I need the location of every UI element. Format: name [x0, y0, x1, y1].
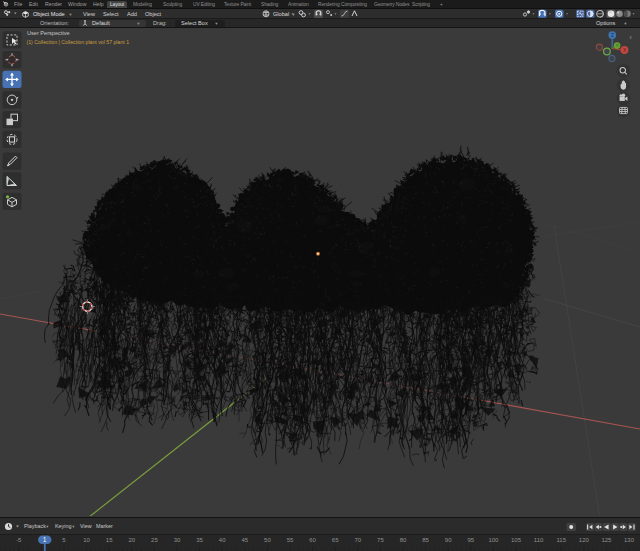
svg-text:X: X [623, 48, 626, 53]
svg-text:‹: ‹ [630, 34, 633, 41]
svg-text:Z: Z [611, 33, 614, 38]
svg-text:1: 1 [43, 536, 47, 543]
svg-text:Y: Y [616, 43, 619, 48]
